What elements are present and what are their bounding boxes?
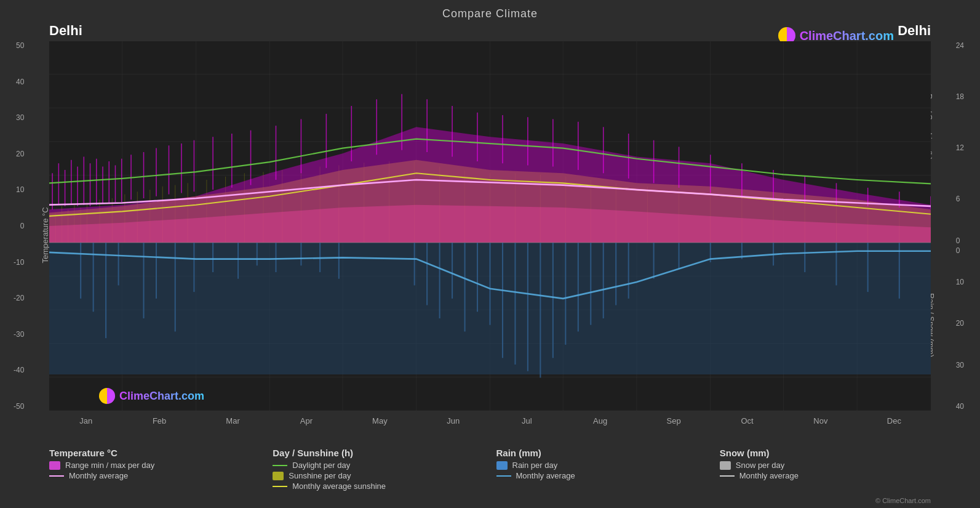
legend-sunshine-avg: Monthly average sunshine bbox=[273, 482, 484, 491]
legend-sunshine-title: Day / Sunshine (h) bbox=[273, 448, 484, 458]
y-axis-right-top: 24 18 12 6 0 bbox=[956, 41, 964, 255]
month-nov: Nov bbox=[784, 416, 857, 425]
legend-snow-avg-label: Monthly average bbox=[739, 471, 799, 480]
legend-sunshine-avg-line bbox=[273, 486, 287, 487]
legend-rain-per-day: Rain per day bbox=[496, 461, 707, 470]
legend-temp-range-label: Range min / max per day bbox=[65, 461, 154, 470]
legend-rain-title: Rain (mm) bbox=[496, 448, 707, 458]
legend-sunshine: Day / Sunshine (h) Daylight per day Suns… bbox=[273, 448, 484, 492]
legend-daylight: Daylight per day bbox=[273, 461, 484, 470]
legend-temperature-title: Temperature °C bbox=[49, 448, 260, 458]
legend-snow-per-day-label: Snow per day bbox=[736, 461, 785, 470]
legend-temp-range-swatch bbox=[49, 461, 60, 470]
legend-temperature: Temperature °C Range min / max per day M… bbox=[49, 448, 260, 492]
legend-snow-avg-line bbox=[720, 475, 735, 477]
month-jan: Jan bbox=[49, 416, 122, 425]
month-aug: Aug bbox=[564, 416, 637, 425]
legend-snow-avg: Monthly average bbox=[720, 471, 931, 480]
logo-text-bottom: ClimeChart.com bbox=[119, 390, 204, 403]
month-dec: Dec bbox=[858, 416, 931, 425]
chart-wrapper: 50 40 30 20 10 0 -10 -20 -30 -40 -50 Tem… bbox=[49, 41, 931, 429]
month-apr: Apr bbox=[269, 416, 343, 425]
month-oct: Oct bbox=[711, 416, 784, 425]
chart-area: Delhi Delhi ClimeChart.com 50 40 30 20 1… bbox=[12, 23, 968, 441]
legend-rain-avg-label: Monthly average bbox=[516, 471, 575, 480]
main-container: Compare Climate Delhi Delhi ClimeChart.c… bbox=[0, 0, 980, 508]
legend-sunshine-avg-label: Monthly average sunshine bbox=[292, 482, 386, 491]
legend-daylight-line bbox=[273, 465, 287, 466]
legend-snow: Snow (mm) Snow per day Monthly average bbox=[720, 448, 931, 492]
logo-icon-bottom bbox=[98, 387, 116, 405]
y-axis-right-bottom: 0 10 20 30 40 bbox=[956, 236, 964, 411]
legend-rain-per-day-label: Rain per day bbox=[512, 461, 558, 470]
month-jun: Jun bbox=[416, 416, 490, 425]
chart-title: Compare Climate bbox=[0, 0, 980, 23]
month-may: May bbox=[343, 416, 416, 425]
month-jul: Jul bbox=[490, 416, 564, 425]
legend-rain-avg: Monthly average bbox=[496, 471, 707, 480]
city-label-right: Delhi bbox=[898, 23, 931, 39]
legend-rain: Rain (mm) Rain per day Monthly average bbox=[496, 448, 707, 492]
month-feb: Feb bbox=[122, 416, 196, 425]
legend-sunshine-swatch bbox=[273, 472, 284, 480]
legend-area: Temperature °C Range min / max per day M… bbox=[0, 441, 980, 497]
legend-daylight-label: Daylight per day bbox=[292, 461, 350, 470]
legend-rain-avg-line bbox=[496, 475, 511, 477]
legend-snow-title: Snow (mm) bbox=[720, 448, 931, 458]
logo-bottom-left: ClimeChart.com bbox=[98, 387, 204, 405]
main-chart-svg bbox=[49, 41, 931, 411]
legend-temp-avg-line bbox=[49, 475, 64, 477]
city-label-left: Delhi bbox=[49, 23, 82, 39]
legend-rain-swatch bbox=[496, 461, 508, 470]
legend-temp-avg: Monthly average bbox=[49, 471, 260, 480]
copyright: © ClimeChart.com bbox=[0, 497, 980, 508]
legend-temp-range: Range min / max per day bbox=[49, 461, 260, 470]
legend-snow-per-day: Snow per day bbox=[720, 461, 931, 470]
legend-sunshine-per-day: Sunshine per day bbox=[273, 471, 484, 480]
x-axis: Jan Feb Mar Apr May Jun Jul Aug Sep Oct … bbox=[49, 412, 931, 429]
month-sep: Sep bbox=[637, 416, 710, 425]
month-mar: Mar bbox=[196, 416, 269, 425]
legend-temp-avg-label: Monthly average bbox=[69, 471, 128, 480]
y-axis-left: 50 40 30 20 10 0 -10 -20 -30 -40 -50 bbox=[14, 41, 24, 411]
legend-snow-swatch bbox=[720, 461, 731, 470]
legend-sunshine-per-day-label: Sunshine per day bbox=[289, 471, 351, 480]
y-axis-title-left: Temperature °C bbox=[41, 207, 50, 263]
